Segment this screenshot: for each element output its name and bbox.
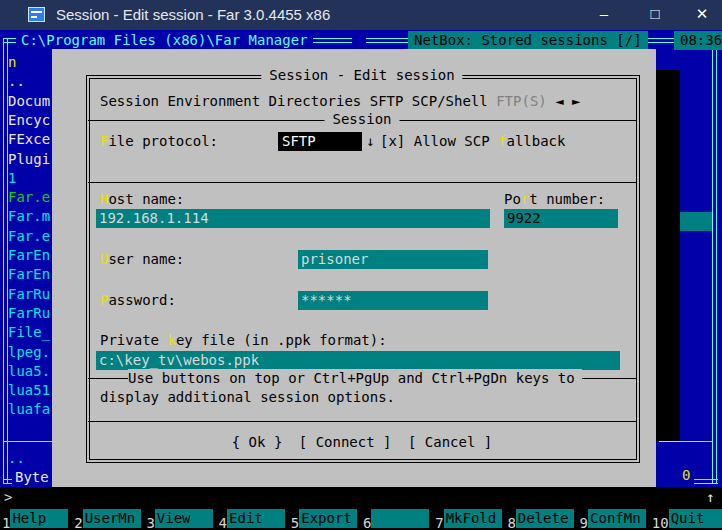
port-number-label: Port number: — [504, 190, 605, 209]
password-input[interactable]: ****** — [298, 291, 488, 310]
keybar-item-f3[interactable]: 3View — [146, 509, 212, 528]
command-prompt: > — [4, 488, 12, 507]
dialog-tab-bar: Session Environment Directories SFTP SCP… — [100, 92, 580, 111]
session-edit-dialog: Session - Edit session Session Environme… — [52, 49, 656, 487]
ok-button[interactable]: { Ok } — [232, 434, 283, 450]
file-item[interactable]: lua51 — [8, 381, 54, 400]
history-scroll-icon: ↑ — [706, 488, 714, 507]
keybar-label: UserMn — [83, 509, 141, 528]
keybar-item-f10[interactable]: 10Quit — [652, 509, 722, 528]
buttons-separator — [88, 421, 636, 422]
right-panel-status-separator — [659, 441, 712, 442]
keybar-label: Help — [10, 509, 68, 528]
keybar-item-f2[interactable]: 2UserMn — [74, 509, 140, 528]
keybar-item-f7[interactable]: 7MkFold — [435, 509, 501, 528]
note-separator: Use buttons on top or Ctrl+PgUp and Ctrl… — [88, 378, 636, 379]
protocol-row: File protocol: SFTP ↓ [x] Allow SCP fall… — [100, 132, 620, 151]
keybar-number: 9 — [580, 515, 588, 530]
right-panel-footer-total: 0 — [682, 466, 690, 485]
dialog-shadow — [656, 70, 680, 441]
file-item[interactable]: Encyc — [8, 111, 54, 130]
note-line1: Use buttons on top or Ctrl+PgUp and Ctrl… — [128, 369, 582, 388]
left-panel-path[interactable]: C:\Program Files (x86)\Far Manager — [16, 31, 313, 50]
close-button[interactable]: ✕ — [686, 4, 718, 23]
keybar-label: Export — [299, 509, 357, 528]
left-panel-footer: Byte — [12, 468, 52, 487]
file-item[interactable]: FarRu — [8, 304, 54, 323]
dialog-tab-ftps-disabled: FTP(S) — [496, 93, 547, 109]
function-key-bar: 1Help2UserMn3View4Edit5Export67MkFold8De… — [0, 508, 722, 530]
file-item[interactable]: luafa — [8, 400, 54, 419]
private-key-label: Private key file (in .ppk format): — [100, 331, 387, 350]
keybar-item-f1[interactable]: 1Help — [2, 509, 68, 528]
keybar-label: MkFold — [444, 509, 502, 528]
keybar-number: 8 — [507, 515, 515, 530]
keybar-label: ConfMn — [588, 509, 646, 528]
titlebar: Session - Edit session - Far 3.0.4455 x8… — [0, 0, 722, 30]
file-item[interactable]: Far.e — [8, 227, 54, 246]
right-panel-header[interactable]: NetBox: Stored sessions [/] — [408, 31, 648, 50]
note-line2: display additional session options. — [100, 388, 395, 407]
window-title: Session - Edit session - Far 3.0.4455 x8… — [56, 5, 330, 24]
user-name-input[interactable]: prisoner — [298, 250, 488, 269]
keybar-label: Delete — [516, 509, 574, 528]
left-panel-status-separator — [4, 441, 56, 442]
file-item[interactable]: Plugi — [8, 150, 54, 169]
command-line[interactable]: > ↑ — [0, 487, 722, 508]
tab-scroll-arrows[interactable]: ◄ ► — [555, 93, 580, 109]
keybar-number: 7 — [435, 515, 443, 530]
file-item[interactable]: Far.e — [8, 188, 54, 207]
section-title: Session — [324, 110, 399, 129]
file-protocol-select[interactable]: SFTP — [278, 132, 362, 151]
file-item[interactable]: 1 — [8, 169, 54, 188]
host-section-separator — [88, 182, 636, 183]
file-item[interactable]: Docum — [8, 92, 54, 111]
keybar-number: 1 — [2, 515, 10, 530]
keybar-label: Edit — [227, 509, 285, 528]
right-panel-selected-item[interactable] — [679, 212, 712, 231]
port-number-input[interactable]: 9922 — [504, 209, 618, 228]
user-name-label: User name: — [100, 250, 184, 269]
file-item[interactable]: FExce — [8, 130, 54, 149]
keybar-number: 2 — [74, 515, 82, 530]
keybar-item-f4[interactable]: 4Edit — [219, 509, 285, 528]
file-item[interactable]: lpeg. — [8, 343, 54, 362]
keybar-item-f8[interactable]: 8Delete — [507, 509, 573, 528]
file-protocol-label: File protocol: — [100, 133, 218, 149]
file-item[interactable]: File_ — [8, 323, 54, 342]
keybar-number: 6 — [363, 515, 371, 530]
keybar-number: 10 — [652, 515, 669, 530]
far-app-icon[interactable] — [28, 7, 45, 22]
right-panel-bottom-border — [694, 479, 718, 484]
dialog-buttons: { Ok } [ Connect ] [ Cancel ] — [86, 433, 638, 452]
host-name-input[interactable]: 192.168.1.114 — [96, 209, 490, 228]
keybar-label: View — [155, 509, 213, 528]
cancel-button[interactable]: [ Cancel ] — [408, 434, 492, 450]
file-item[interactable]: .. — [8, 72, 54, 91]
keybar-number: 4 — [219, 515, 227, 530]
keybar-item-f9[interactable]: 9ConfMn — [580, 509, 646, 528]
file-item[interactable]: n — [8, 53, 54, 72]
file-item[interactable]: FarEn — [8, 265, 54, 284]
keybar-label: Quit — [669, 509, 722, 528]
file-item[interactable]: Far.m — [8, 207, 54, 226]
keybar-number: 3 — [146, 515, 154, 530]
dialog-tabs[interactable]: Session Environment Directories SFTP SCP… — [100, 93, 488, 109]
keybar-number: 5 — [291, 515, 299, 530]
maximize-button[interactable]: □ — [639, 4, 671, 23]
host-name-label: Host name: — [100, 190, 184, 209]
keybar-label — [371, 509, 429, 528]
right-panel-border — [712, 38, 717, 484]
clock: 08:36 — [674, 31, 722, 50]
minimize-button[interactable]: – — [588, 4, 620, 23]
file-item[interactable]: FarRu — [8, 285, 54, 304]
keybar-item-f6[interactable]: 6 — [363, 509, 429, 528]
private-key-input[interactable]: c:\key_tv\webos.ppk — [96, 351, 620, 370]
connect-button[interactable]: [ Connect ] — [299, 434, 392, 450]
allow-scp-fallback-checkbox[interactable]: [x] Allow SCP fallback — [380, 132, 565, 151]
file-item[interactable]: lua5. — [8, 362, 54, 381]
protocol-dropdown-icon[interactable]: ↓ — [366, 132, 374, 151]
file-item[interactable]: FarEn — [8, 246, 54, 265]
keybar-item-f5[interactable]: 5Export — [291, 509, 357, 528]
left-panel-status-file: .. — [8, 449, 25, 468]
